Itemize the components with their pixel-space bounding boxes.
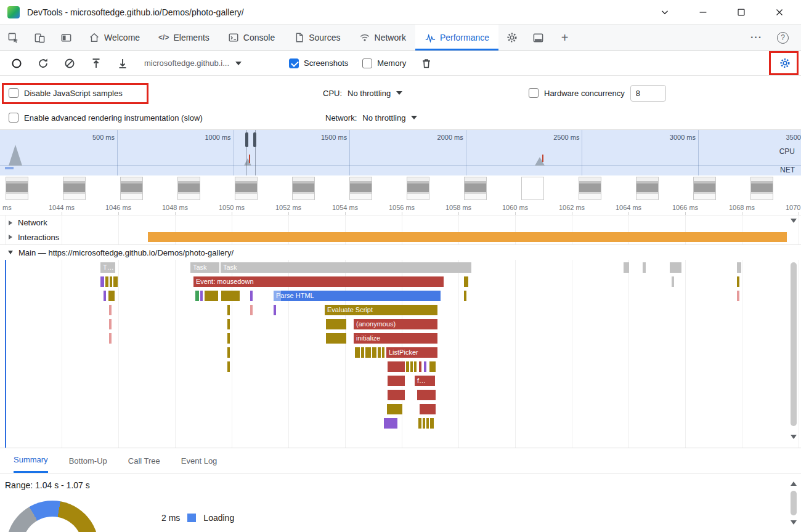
- flame-bar-task[interactable]: Task: [190, 262, 219, 273]
- flame-bar[interactable]: [100, 276, 104, 287]
- flame-bar[interactable]: [227, 319, 230, 329]
- flame-bar[interactable]: [430, 418, 434, 429]
- overview-strip[interactable]: CPU NET 500 ms1000 ms1500 ms2000 ms2500 …: [0, 130, 801, 175]
- hardware-concurrency-checkbox[interactable]: [529, 88, 539, 98]
- flame-bar[interactable]: [418, 418, 421, 429]
- flame-bar[interactable]: [227, 361, 230, 372]
- reload-record-icon[interactable]: [37, 57, 49, 70]
- expand-arrow-icon[interactable]: [8, 251, 13, 254]
- collapse-arrow-icon[interactable]: [9, 220, 12, 225]
- screenshot-thumbnail[interactable]: [349, 177, 372, 200]
- flame-scrollbar-thumb[interactable]: [791, 262, 797, 426]
- flame-bar[interactable]: [200, 291, 203, 301]
- advanced-rendering-checkbox[interactable]: [9, 113, 18, 123]
- flame-bar[interactable]: [384, 418, 397, 429]
- flame-bar[interactable]: [105, 276, 108, 287]
- flame-bar-t-[interactable]: T…: [100, 262, 115, 273]
- selection-left-handle[interactable]: [245, 132, 248, 147]
- memory-checkbox[interactable]: [362, 58, 372, 68]
- flame-bar[interactable]: [205, 291, 218, 301]
- flame-bar[interactable]: [274, 305, 276, 315]
- flame-bar[interactable]: [464, 291, 466, 301]
- flame-bar[interactable]: [388, 361, 405, 372]
- help-icon[interactable]: ?: [770, 25, 796, 50]
- flame-bar-task[interactable]: Task: [221, 262, 471, 273]
- flame-bar[interactable]: [737, 262, 741, 273]
- flame-bar[interactable]: [355, 347, 360, 358]
- flame-bar[interactable]: [326, 319, 346, 329]
- tab-elements[interactable]: </> Elements: [149, 25, 219, 50]
- tab-network[interactable]: Network: [350, 25, 415, 50]
- flame-bar[interactable]: [737, 276, 739, 287]
- flame-bar[interactable]: [372, 347, 376, 358]
- close-icon[interactable]: [765, 0, 794, 25]
- memory-toggle[interactable]: Memory: [362, 58, 406, 68]
- summary-scrollbar-thumb[interactable]: [791, 491, 797, 515]
- screenshot-thumbnail[interactable]: [177, 177, 200, 200]
- flame-bar[interactable]: [624, 262, 629, 273]
- device-toolbar-icon[interactable]: [26, 25, 53, 50]
- save-profile-icon[interactable]: [116, 57, 129, 70]
- settings-gear-icon[interactable]: [498, 25, 525, 50]
- flame-bar[interactable]: [406, 361, 409, 372]
- screenshot-thumbnail[interactable]: [521, 177, 544, 200]
- screenshot-thumbnail[interactable]: [235, 177, 258, 200]
- flame-bar[interactable]: [424, 361, 426, 372]
- screenshot-thumbnail[interactable]: [407, 177, 429, 200]
- disable-js-samples-toggle[interactable]: Disable JavaScript samples: [9, 84, 123, 102]
- minimize-icon[interactable]: [689, 0, 717, 25]
- scroll-up-icon[interactable]: [791, 482, 797, 486]
- screenshot-thumbnail[interactable]: [292, 177, 315, 200]
- flame-bar[interactable]: [672, 276, 674, 287]
- screenshot-thumbnail[interactable]: [693, 177, 716, 200]
- advanced-rendering-toggle[interactable]: Enable advanced rendering instrumentatio…: [9, 108, 203, 127]
- track-network[interactable]: Network: [0, 216, 801, 230]
- flame-bar[interactable]: [387, 404, 402, 414]
- flame-bar[interactable]: [110, 276, 112, 287]
- flame-bar[interactable]: [109, 305, 112, 315]
- tab-bottom-up[interactable]: Bottom-Up: [69, 448, 107, 473]
- tab-welcome[interactable]: Welcome: [79, 25, 149, 50]
- window-chevron-icon[interactable]: [651, 0, 679, 25]
- flame-bar[interactable]: [109, 333, 112, 344]
- flame-bar[interactable]: [365, 347, 371, 358]
- flame-bar-initialize[interactable]: initialize: [354, 333, 437, 344]
- record-icon[interactable]: [10, 57, 23, 70]
- tab-performance[interactable]: Performance: [415, 25, 498, 50]
- screenshot-thumbnail[interactable]: [579, 177, 601, 200]
- screenshot-thumbnail[interactable]: [63, 177, 86, 200]
- flame-bar[interactable]: [643, 262, 646, 273]
- dock-layout-icon[interactable]: [525, 25, 551, 50]
- flame-bar[interactable]: [388, 390, 405, 400]
- flame-bar[interactable]: [326, 333, 346, 344]
- inspect-icon[interactable]: [0, 25, 26, 50]
- screenshot-thumbnail[interactable]: [6, 177, 28, 200]
- flame-bar[interactable]: [195, 291, 199, 301]
- tab-event-log[interactable]: Event Log: [181, 448, 218, 473]
- flame-bar[interactable]: [113, 276, 118, 287]
- scroll-down-icon[interactable]: [791, 520, 797, 525]
- scroll-down-icon[interactable]: [791, 219, 797, 223]
- interaction-bar[interactable]: [148, 232, 787, 242]
- cpu-throttle-select[interactable]: No throttling: [348, 89, 402, 98]
- flame-bar[interactable]: [109, 319, 112, 329]
- history-dropdown[interactable]: microsoftedge.github.i...: [144, 58, 275, 68]
- screenshots-toggle[interactable]: Screenshots: [289, 58, 348, 68]
- screenshot-thumbnail[interactable]: [464, 177, 487, 200]
- disable-js-samples-checkbox[interactable]: [9, 88, 18, 98]
- flame-bar[interactable]: [378, 347, 381, 358]
- load-profile-icon[interactable]: [90, 57, 102, 70]
- selection-right-handle[interactable]: [253, 132, 256, 147]
- scroll-down-icon[interactable]: [791, 435, 797, 439]
- track-main[interactable]: Main — https://microsoftedge.github.io/D…: [0, 244, 801, 260]
- tab-sources[interactable]: Sources: [284, 25, 349, 50]
- flame-bar[interactable]: [250, 291, 253, 301]
- flame-bar[interactable]: [429, 361, 436, 372]
- flame-bar[interactable]: [419, 361, 421, 372]
- capture-settings-gear-icon[interactable]: [779, 57, 791, 70]
- flame-bar[interactable]: [737, 291, 739, 301]
- screenshots-checkbox[interactable]: [289, 58, 299, 68]
- flame-bar[interactable]: [417, 390, 436, 400]
- add-tab-icon[interactable]: +: [551, 25, 578, 50]
- flame-bar-evaluate-script[interactable]: Evaluate Script: [325, 305, 437, 315]
